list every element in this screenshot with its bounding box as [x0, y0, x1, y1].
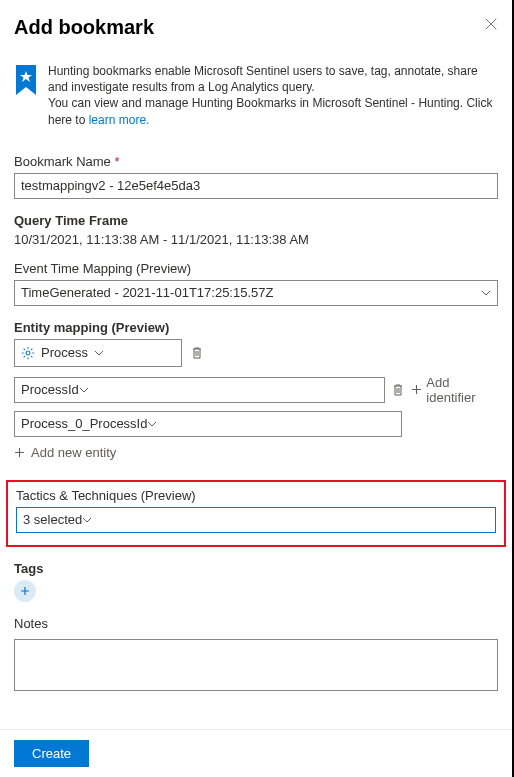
- query-time-value: 10/31/2021, 11:13:38 AM - 11/1/2021, 11:…: [14, 232, 498, 247]
- page-title: Add bookmark: [14, 16, 154, 39]
- plus-icon: [14, 447, 25, 458]
- learn-more-link[interactable]: learn more.: [89, 113, 150, 127]
- identifier-value-value: Process_0_ProcessId: [21, 416, 147, 431]
- gear-icon: [21, 346, 35, 360]
- tactics-highlight: Tactics & Techniques (Preview) 3 selecte…: [6, 480, 506, 547]
- entity-type-select[interactable]: Process: [14, 339, 182, 367]
- add-identifier-label: Add identifier: [426, 375, 498, 405]
- add-new-entity-button[interactable]: Add new entity: [14, 445, 498, 460]
- event-time-value: TimeGenerated - 2021-11-01T17:25:15.57Z: [21, 285, 273, 300]
- event-time-select[interactable]: TimeGenerated - 2021-11-01T17:25:15.57Z: [14, 280, 498, 306]
- add-entity-label: Add new entity: [31, 445, 116, 460]
- chevron-down-icon: [79, 385, 89, 395]
- tactics-select[interactable]: 3 selected: [16, 507, 496, 533]
- add-identifier-button[interactable]: Add identifier: [411, 375, 498, 405]
- close-icon[interactable]: [484, 16, 498, 34]
- identifier-key-value: ProcessId: [21, 382, 79, 397]
- info-line1: Hunting bookmarks enable Microsoft Senti…: [48, 64, 478, 94]
- identifier-key-select[interactable]: ProcessId: [14, 377, 385, 403]
- chevron-down-icon: [94, 348, 104, 358]
- entity-mapping-label: Entity mapping (Preview): [14, 320, 498, 335]
- chevron-down-icon: [147, 419, 157, 429]
- tactics-value: 3 selected: [23, 512, 82, 527]
- bookmark-name-input[interactable]: [14, 173, 498, 199]
- add-tag-button[interactable]: [14, 580, 36, 602]
- tags-label: Tags: [14, 561, 498, 576]
- bookmark-name-label: Bookmark Name *: [14, 154, 498, 169]
- create-button[interactable]: Create: [14, 740, 89, 767]
- info-text: Hunting bookmarks enable Microsoft Senti…: [48, 63, 498, 128]
- delete-identifier-button[interactable]: [391, 383, 405, 397]
- delete-entity-button[interactable]: [190, 346, 204, 360]
- query-time-label: Query Time Frame: [14, 213, 498, 228]
- event-time-label: Event Time Mapping (Preview): [14, 261, 498, 276]
- chevron-down-icon: [82, 515, 92, 525]
- tactics-label: Tactics & Techniques (Preview): [16, 488, 496, 503]
- svg-point-0: [26, 351, 30, 355]
- notes-textarea[interactable]: [14, 639, 498, 691]
- bookmark-icon: [14, 65, 38, 95]
- chevron-down-icon: [481, 288, 491, 298]
- entity-type-value: Process: [41, 345, 88, 360]
- notes-label: Notes: [14, 616, 498, 631]
- plus-icon: [411, 384, 422, 395]
- identifier-value-select[interactable]: Process_0_ProcessId: [14, 411, 402, 437]
